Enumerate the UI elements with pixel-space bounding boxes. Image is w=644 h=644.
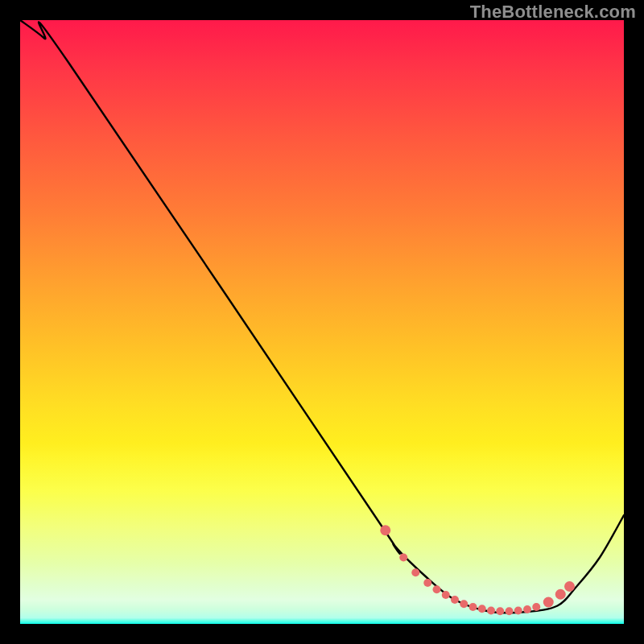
sweet-spot-marker [399,554,407,562]
sweet-spot-marker [532,603,540,611]
sweet-spot-marker [442,591,450,599]
sweet-spot-marker-group [380,525,575,615]
bottleneck-curve-line [20,20,624,613]
sweet-spot-marker [496,607,504,615]
sweet-spot-marker [514,607,522,615]
sweet-spot-marker [478,605,486,613]
sweet-spot-marker [411,568,419,576]
chart-root: TheBottleneck.com [0,0,644,644]
sweet-spot-marker [469,603,477,611]
sweet-spot-marker [380,525,390,535]
sweet-spot-marker [451,596,459,604]
plot-area [20,20,624,624]
sweet-spot-marker [523,605,531,613]
sweet-spot-marker [555,589,566,600]
curve-layer [20,20,624,624]
sweet-spot-marker [423,579,431,587]
sweet-spot-marker [487,607,495,615]
sweet-spot-marker [564,581,575,592]
sweet-spot-marker [543,597,554,608]
sweet-spot-marker [506,607,514,615]
sweet-spot-marker [460,600,468,608]
watermark-text: TheBottleneck.com [470,2,636,23]
sweet-spot-marker [433,585,441,593]
